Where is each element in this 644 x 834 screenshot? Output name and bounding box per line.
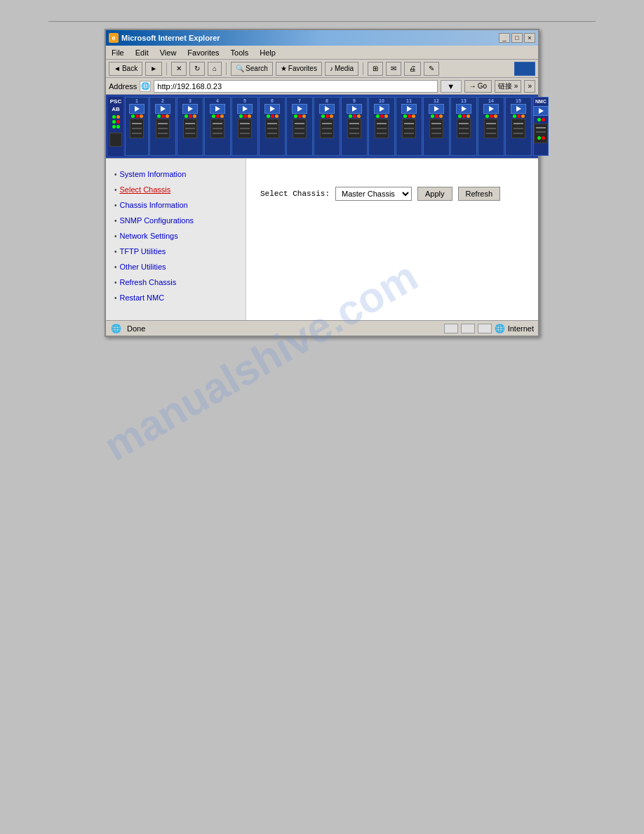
nmc-module[interactable] [533,106,549,116]
chassis-dropdown[interactable]: Master ChassisSlave Chassis 1Slave Chass… [335,187,412,201]
go-button[interactable]: → Go [464,80,492,93]
status-text: Done [127,324,145,333]
slot-12-module[interactable] [429,104,444,114]
slot-10-module[interactable] [374,104,389,114]
nav-item-network-settings: • Network Settings [114,232,237,240]
media-button[interactable]: ♪ Media [325,62,358,76]
search-button[interactable]: 🔍 Search [231,62,273,76]
nmc-play-icon [539,108,544,114]
device-5 [238,119,252,138]
toolbar-sep-2 [226,62,227,75]
dot-green-3 [112,125,116,128]
d3 [140,114,143,118]
slot-6-module[interactable] [264,104,280,114]
apply-button[interactable]: Apply [417,187,452,201]
menu-file[interactable]: File [109,47,127,58]
nmc-dots [537,118,545,121]
mail-button[interactable]: ✉ [386,62,401,76]
slot-card-14: 14 [478,97,504,156]
stop-button[interactable]: ✕ [171,62,187,76]
browser-content: PSC AB [106,95,538,336]
nav-link-system-information[interactable]: System Information [120,170,187,178]
toolbar: ◄ Back ► ✕ ↻ ⌂ 🔍 Search ★ Favorites ♪ Me… [106,60,538,78]
device-12 [429,119,443,138]
slot-7-module[interactable] [292,104,307,114]
slot-1-module[interactable] [129,104,145,114]
connect-button[interactable]: 链接 » [495,80,521,93]
slot-2-module[interactable] [155,104,170,114]
top-divider [48,21,596,22]
slot-card-7: 7 [286,97,313,156]
device-1 [130,119,144,138]
slot-card-12: 12 [423,97,450,156]
device-13 [457,119,471,138]
title-bar: e Microsoft Internet Explorer _ □ × [106,30,538,46]
dots-row-2 [157,114,169,118]
slot-card-2: 2 [149,97,176,156]
status-zone-2 [461,324,475,333]
slot-15-module[interactable] [511,104,526,114]
favorites-button[interactable]: ★ Favorites [276,62,322,76]
edit-button[interactable]: ✎ [424,62,439,76]
refresh-toolbar-button[interactable]: ↻ [189,62,205,76]
menu-favorites[interactable]: Favorites [185,47,222,58]
slot-11-module[interactable] [401,104,417,114]
maximize-button[interactable]: □ [511,33,523,43]
d [161,114,165,118]
url-input[interactable] [154,80,437,93]
slot-4-module[interactable] [210,104,225,114]
minimize-button[interactable]: _ [499,33,510,43]
nav-link-select-chassis[interactable]: Select Chassis [120,185,171,194]
slot-13-module[interactable] [456,104,471,114]
device-10 [375,119,389,138]
slot-card-6: 6 [259,97,286,156]
browser-title: Microsoft Internet Explorer [121,34,220,42]
chassis-slots: 1 2 [125,97,532,156]
slot-card-11: 11 [396,97,422,156]
back-button[interactable]: ◄ Back [109,62,142,76]
internet-icon: 🌐 [495,324,505,333]
menu-tools[interactable]: Tools [228,47,252,58]
psc-row-3 [112,125,120,128]
nav-link-other-utilities[interactable]: Other Utilities [120,263,166,271]
url-dropdown[interactable]: ▼ [441,80,462,93]
home-button[interactable]: ⌂ [208,62,222,76]
slot-5-module[interactable] [237,104,253,114]
address-label: Address [109,82,137,91]
forward-button[interactable]: ► [145,62,162,76]
nav-link-chassis-information[interactable]: Chassis Information [120,201,188,209]
title-bar-left: e Microsoft Internet Explorer [109,33,220,43]
refresh-button[interactable]: Refresh [458,187,501,201]
menu-help[interactable]: Help [257,47,279,58]
slot-card-15: 15 [505,97,532,156]
menu-view[interactable]: View [157,47,180,58]
select-chassis-row: Select Chassis: Master ChassisSlave Chas… [260,187,524,201]
address-bar: Address 🌐 ▼ → Go 链接 » » [106,78,538,95]
status-right: 🌐 Internet [444,324,534,333]
device-9 [347,119,361,138]
play-icon-2 [161,106,166,112]
nmc-column: NMC [533,97,549,156]
nav-item-tftp-utilities: • TFTP Utilities [114,247,237,256]
nmc-label: NMC [535,99,546,104]
slot-3-module[interactable] [182,104,198,114]
nav-link-network-settings[interactable]: Network Settings [120,232,178,240]
nav-link-tftp-utilities[interactable]: TFTP Utilities [120,247,166,256]
history-button[interactable]: ⊞ [368,62,383,76]
nav-link-refresh-chassis[interactable]: Refresh Chassis [120,278,177,286]
close-button[interactable]: × [524,33,535,43]
slot-9-module[interactable] [347,104,362,114]
strip [132,133,142,134]
extra-btn[interactable]: » [524,80,535,93]
dot-green-2 [112,120,116,124]
slot-card-10: 10 [368,97,395,156]
slot-8-module[interactable] [319,104,335,114]
slot-14-module[interactable] [483,104,499,114]
menu-edit[interactable]: Edit [133,47,152,58]
psc-row-2 [112,120,120,124]
print-button[interactable]: 🖨 [404,62,421,76]
nav-link-snmp-configurations[interactable]: SNMP Configurations [120,216,194,225]
play-icon-1 [135,106,140,112]
psc-device [109,133,122,147]
nav-link-restart-nmc[interactable]: Restart NMC [120,293,165,302]
